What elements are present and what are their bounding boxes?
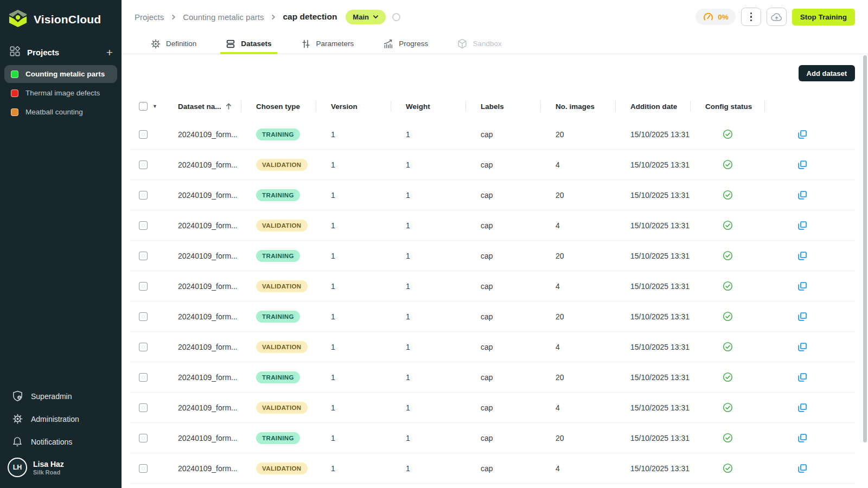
row-checkbox[interactable] (139, 403, 148, 412)
copy-icon (797, 220, 808, 231)
sidebar-item-thermal-image-defects[interactable]: Thermal image defects (4, 84, 117, 102)
row-checkbox[interactable] (139, 343, 148, 351)
column-header-config-status[interactable]: Config status (690, 102, 764, 111)
avatar: LH (8, 458, 27, 477)
sidebar-item-meatball-counting[interactable]: Meatball counting (4, 103, 117, 121)
dataset-name-cell[interactable]: 20240109_form... (165, 464, 241, 473)
duplicate-dataset-button[interactable] (797, 433, 808, 444)
sidebar-item-notifications[interactable]: Notifications (0, 430, 122, 453)
selection-dropdown-icon[interactable]: ▼ (152, 104, 157, 109)
duplicate-dataset-button[interactable] (797, 220, 808, 231)
sidebar-item-counting-metalic-parts[interactable]: Counting metalic parts (4, 65, 117, 83)
row-checkbox[interactable] (139, 221, 148, 230)
copy-icon (797, 342, 808, 352)
duplicate-dataset-button[interactable] (797, 251, 808, 261)
duplicate-dataset-button[interactable] (797, 372, 808, 383)
duplicate-dataset-button[interactable] (797, 342, 808, 352)
column-header-weight[interactable]: Weight (391, 102, 465, 111)
vertical-scrollbar[interactable] (863, 55, 867, 442)
duplicate-dataset-button[interactable] (797, 281, 808, 292)
row-checkbox[interactable] (139, 373, 148, 382)
branch-selector[interactable]: Main (346, 10, 386, 24)
tab-progress[interactable]: Progress (381, 34, 430, 54)
dataset-name-cell[interactable]: 20240109_form... (165, 252, 241, 260)
duplicate-dataset-button[interactable] (797, 402, 808, 413)
weight-cell: 1 (391, 160, 465, 169)
row-checkbox[interactable] (139, 191, 148, 200)
weight-cell: 1 (391, 343, 465, 351)
dataset-name-cell[interactable]: 20240109_form... (165, 343, 241, 351)
column-header-chosen-type[interactable]: Chosen type (241, 102, 316, 111)
weight-cell: 1 (391, 221, 465, 230)
duplicate-dataset-button[interactable] (797, 190, 808, 201)
no-images-cell: 20 (540, 252, 615, 260)
tab-parameters[interactable]: Parameters (299, 34, 356, 54)
config-ok-icon (723, 372, 733, 382)
labels-cell: cap (465, 403, 540, 412)
dataset-name-cell[interactable]: 20240109_form... (165, 282, 241, 291)
dataset-name-cell[interactable]: 20240109_form... (165, 130, 241, 139)
project-color-chip (11, 89, 18, 97)
footer-item-label: Administration (31, 415, 79, 423)
dataset-name-cell[interactable]: 20240109_form... (165, 434, 241, 442)
duplicate-dataset-button[interactable] (797, 129, 808, 140)
dataset-name-cell[interactable]: 20240109_form... (165, 221, 241, 230)
copy-icon (797, 129, 808, 140)
column-header-addition-date[interactable]: Addition date (615, 102, 690, 111)
row-checkbox[interactable] (139, 160, 148, 169)
version-cell: 1 (316, 191, 391, 200)
config-ok-icon (723, 159, 733, 170)
version-cell: 1 (316, 252, 391, 260)
column-header-labels[interactable]: Labels (465, 102, 540, 111)
dataset-name-cell[interactable]: 20240109_form... (165, 160, 241, 169)
breadcrumb-project[interactable]: Counting metalic parts (183, 12, 264, 22)
bell-icon (12, 436, 23, 447)
dataset-name-cell[interactable]: 20240109_form... (165, 191, 241, 200)
sidebar-item-administration[interactable]: Administration (0, 408, 122, 430)
column-header-no-images[interactable]: No. images (540, 102, 615, 111)
dataset-name-cell[interactable]: 20240109_form... (165, 403, 241, 412)
sidebar-item-superadmin[interactable]: Superadmin (0, 384, 122, 408)
select-all-checkbox[interactable] (139, 102, 148, 111)
user-profile[interactable]: LH Lisa Haz Silk Road (0, 453, 122, 484)
row-checkbox[interactable] (139, 434, 148, 442)
column-header-dataset-name[interactable]: Dataset na... (165, 102, 241, 111)
row-checkbox[interactable] (139, 464, 148, 473)
copy-icon (797, 372, 808, 383)
duplicate-dataset-button[interactable] (797, 311, 808, 322)
gear-icon (151, 39, 161, 49)
tab-definition[interactable]: Definition (149, 34, 199, 54)
addition-date-cell: 15/10/2025 13:31 (615, 403, 690, 412)
tab-label: Definition (166, 40, 196, 48)
chart-icon (383, 39, 393, 49)
breadcrumb-projects[interactable]: Projects (135, 12, 164, 22)
no-images-cell: 20 (540, 434, 615, 442)
table-row: 20240109_form... TRAINING 1 1 cap 20 15/… (130, 119, 855, 150)
sort-ascending-icon (225, 102, 232, 110)
dataset-name-cell[interactable]: 20240109_form... (165, 312, 241, 321)
add-dataset-button[interactable]: Add dataset (799, 65, 855, 81)
tab-datasets[interactable]: Datasets (224, 34, 273, 54)
column-header-version[interactable]: Version (316, 102, 391, 111)
branch-label: Main (353, 13, 369, 21)
sidebar: VisionCloud Projects + Counting metalic … (0, 0, 122, 488)
row-checkbox[interactable] (139, 130, 148, 139)
duplicate-dataset-button[interactable] (797, 159, 808, 170)
labels-cell: cap (465, 160, 540, 169)
duplicate-dataset-button[interactable] (797, 463, 808, 474)
no-images-cell: 4 (540, 221, 615, 230)
cube-icon (457, 38, 467, 49)
cloud-sync-button[interactable] (767, 8, 787, 26)
add-project-button[interactable]: + (106, 47, 113, 58)
no-images-cell: 20 (540, 373, 615, 382)
more-options-button[interactable] (741, 8, 761, 26)
project-color-chip (11, 108, 18, 116)
stop-training-button[interactable]: Stop Training (792, 9, 855, 25)
row-checkbox[interactable] (139, 252, 148, 260)
row-checkbox[interactable] (139, 282, 148, 291)
tab-sandbox: Sandbox (455, 34, 503, 54)
no-images-cell: 4 (540, 403, 615, 412)
no-images-cell: 4 (540, 282, 615, 291)
dataset-name-cell[interactable]: 20240109_form... (165, 373, 241, 382)
row-checkbox[interactable] (139, 312, 148, 321)
